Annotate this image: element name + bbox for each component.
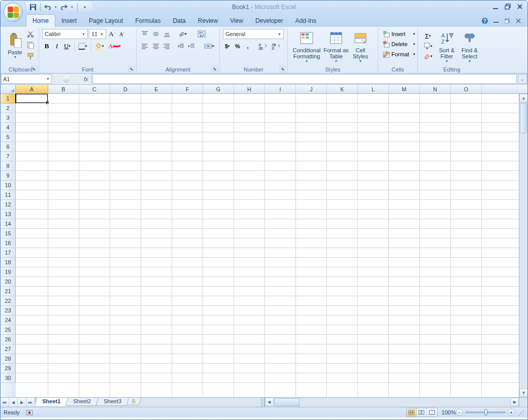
row-header-20[interactable]: 20 (1, 277, 16, 287)
sort-filter-button[interactable]: AZ Sort & Filter▾ (436, 29, 457, 64)
column-header-M[interactable]: M (389, 85, 420, 93)
undo-dropdown-icon[interactable]: ▾ (54, 3, 58, 11)
borders-button[interactable]: ▾ (77, 41, 89, 51)
font-launcher-icon[interactable]: ⬊ (128, 66, 135, 72)
scroll-up-icon[interactable]: ▲ (519, 94, 527, 102)
row-header-10[interactable]: 10 (1, 181, 16, 190)
row-header-23[interactable]: 23 (1, 306, 16, 316)
minimize-icon[interactable] (491, 3, 500, 11)
scroll-down-icon[interactable]: ▼ (519, 389, 527, 397)
column-header-A[interactable]: A (16, 85, 48, 93)
grow-font-button[interactable]: Aˆ (107, 29, 116, 39)
sheet-tab-1[interactable]: Sheet1 (35, 398, 68, 406)
scroll-right-icon[interactable]: ▶ (510, 398, 519, 406)
orientation-button[interactable]: ab▾ (176, 29, 188, 39)
fx-label[interactable]: fx (81, 74, 92, 84)
column-header-I[interactable]: I (265, 85, 296, 93)
row-header-7[interactable]: 7 (1, 152, 16, 161)
insert-cells-button[interactable]: Insert▾ (381, 29, 417, 39)
column-header-H[interactable]: H (234, 85, 265, 93)
sheet-nav-prev-icon[interactable]: ◀ (9, 398, 18, 407)
find-select-button[interactable]: Find & Select▾ (458, 29, 481, 64)
align-bottom-button[interactable] (162, 29, 172, 39)
zoom-in-icon[interactable]: + (508, 409, 515, 416)
column-header-G[interactable]: G (203, 85, 234, 93)
save-icon[interactable] (29, 3, 37, 11)
align-top-button[interactable] (140, 29, 150, 39)
horizontal-scrollbar[interactable]: ◀ ▶ (265, 398, 519, 407)
row-header-17[interactable]: 17 (1, 248, 16, 258)
row-header-8[interactable]: 8 (1, 161, 16, 171)
row-header-19[interactable]: 19 (1, 267, 16, 277)
align-right-button[interactable] (161, 41, 172, 51)
format-painter-button[interactable] (25, 51, 36, 61)
cut-button[interactable] (25, 29, 36, 39)
tab-home[interactable]: Home (26, 14, 55, 27)
column-header-O[interactable]: O (451, 85, 482, 93)
macro-record-icon[interactable] (26, 409, 33, 416)
row-header-30[interactable]: 30 (1, 373, 16, 383)
row-header-2[interactable]: 2 (1, 103, 16, 113)
tab-page-layout[interactable]: Page Layout (83, 15, 129, 27)
increase-decimal-button[interactable]: .0.00 (256, 41, 269, 51)
fill-button[interactable]: ▾ (421, 41, 435, 51)
cell-area[interactable] (16, 94, 519, 397)
row-header-1[interactable]: 1 (1, 94, 16, 103)
delete-cells-button[interactable]: Delete▾ (381, 39, 417, 49)
clipboard-launcher-icon[interactable]: ⬊ (31, 66, 37, 72)
tab-developer[interactable]: Developer (249, 15, 289, 27)
percent-format-button[interactable]: % (233, 41, 242, 51)
row-header-27[interactable]: 27 (1, 344, 16, 354)
normal-view-icon[interactable] (407, 408, 417, 416)
zoom-slider[interactable]: − + (456, 409, 515, 416)
horizontal-scroll-thumb[interactable] (274, 398, 300, 406)
column-header-N[interactable]: N (420, 85, 451, 93)
column-header-B[interactable]: B (48, 85, 79, 93)
zoom-level[interactable]: 100% (442, 409, 456, 415)
sheet-tab-2[interactable]: Sheet2 (65, 398, 98, 406)
row-header-12[interactable]: 12 (1, 200, 16, 209)
alignment-launcher-icon[interactable]: ⬊ (212, 66, 218, 72)
row-header-9[interactable]: 9 (1, 171, 16, 181)
page-break-view-icon[interactable] (427, 408, 437, 416)
workbook-close-icon[interactable] (514, 17, 522, 25)
help-icon[interactable]: ? (481, 17, 489, 25)
close-icon[interactable] (515, 3, 524, 11)
italic-button[interactable]: I (52, 41, 61, 51)
customize-qat-icon[interactable]: ▾ (81, 3, 89, 11)
vertical-scrollbar[interactable]: ▲ ▼ (519, 94, 527, 397)
tab-view[interactable]: View (224, 15, 249, 27)
sheet-nav-last-icon[interactable]: ⏭ (26, 398, 35, 407)
comma-format-button[interactable]: , (243, 41, 252, 51)
increase-indent-button[interactable] (186, 41, 196, 51)
row-header-29[interactable]: 29 (1, 364, 16, 373)
tab-add-ins[interactable]: Add-Ins (289, 15, 322, 27)
row-header-11[interactable]: 11 (1, 190, 16, 200)
row-header-28[interactable]: 28 (1, 354, 16, 364)
row-header-25[interactable]: 25 (1, 325, 16, 335)
restore-icon[interactable] (503, 3, 512, 11)
zoom-out-icon[interactable]: − (456, 409, 463, 416)
font-color-button[interactable]: A▾ (107, 41, 122, 51)
sheet-nav-first-icon[interactable]: ⏮ (1, 398, 9, 407)
sheet-nav-next-icon[interactable]: ▶ (18, 398, 26, 407)
scroll-left-icon[interactable]: ◀ (265, 398, 274, 406)
workbook-minimize-icon[interactable] (492, 17, 500, 25)
underline-button[interactable]: U▾ (62, 41, 72, 51)
format-as-table-button[interactable]: Format as Table▾ (323, 29, 349, 64)
cell-styles-button[interactable]: Cell Styles▾ (350, 29, 371, 64)
tab-data[interactable]: Data (167, 15, 191, 27)
row-header-3[interactable]: 3 (1, 113, 16, 123)
font-size-combo[interactable]: 11▼ (89, 29, 106, 39)
undo-icon[interactable] (44, 3, 52, 11)
select-all-corner[interactable] (1, 85, 16, 93)
number-format-combo[interactable]: General▼ (223, 29, 284, 39)
merge-center-button[interactable]: ▾ (203, 41, 216, 51)
format-cells-button[interactable]: Format▾ (381, 49, 417, 59)
decrease-decimal-button[interactable]: .00.0 (270, 41, 282, 51)
row-header-26[interactable]: 26 (1, 335, 16, 344)
wrap-text-button[interactable] (194, 29, 209, 39)
row-header-6[interactable]: 6 (1, 142, 16, 152)
column-header-L[interactable]: L (358, 85, 389, 93)
vertical-scroll-thumb[interactable] (520, 103, 527, 133)
